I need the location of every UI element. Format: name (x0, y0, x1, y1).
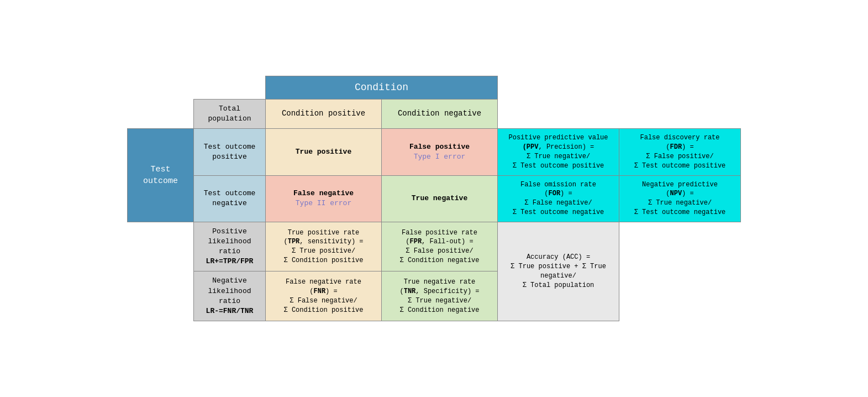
nlr-line3: LR-=FNR/TNR (206, 307, 254, 315)
empty-r2c6 (619, 99, 741, 128)
accuracy-line3: negative/ (540, 272, 576, 280)
condition-positive-header: Condition positive (266, 99, 382, 128)
plr-cell: Positive likelihood ratio LR+=TPR/FPR (194, 222, 266, 271)
for-line1: False omission rate (520, 181, 596, 189)
fdr-cell: False discovery rate (FDR) = Σ False pos… (619, 129, 741, 175)
condition-negative-header: Condition negative (382, 99, 498, 128)
fnr-line2: (FNR) = (309, 288, 337, 295)
fpr-line2: (FPR, Fall-out) = (406, 238, 473, 245)
accuracy-line1: Accuracy (ACC) = (527, 253, 590, 261)
tpr-line3: Σ True positive/ (292, 247, 355, 255)
ppv-line3: Σ True negative/ (527, 153, 590, 160)
ppv-cell: Positive predictive value (PPV, Precisio… (498, 129, 619, 175)
condition-header: Condition (266, 76, 498, 99)
true-positive-text: True positive (296, 148, 351, 156)
tpr-line4: Σ Condition positive (283, 257, 363, 264)
fpr-line3: Σ False positive/ (406, 247, 473, 255)
for-line2: (FOR) = (544, 190, 572, 197)
test-outcome-negative-label: Test outcome negative (194, 175, 266, 222)
fpr-line4: Σ Condition negative (399, 257, 479, 264)
false-positive-sub: Type I error (414, 153, 466, 161)
fnr-cell: False negative rate (FNR) = Σ False nega… (266, 271, 382, 321)
tpr-line2: (TPR, sensitivity) = (283, 238, 363, 245)
false-positive-cell: False positive Type I error (382, 129, 498, 175)
tpr-cell: True positive rate (TPR, sensitivity) = … (266, 222, 382, 271)
fnr-line3: Σ False negative/ (290, 297, 357, 305)
fdr-line2: (FDR) = (666, 143, 693, 151)
for-line4: Σ Test outcome negative (513, 208, 604, 216)
tpr-line1: True positive rate (288, 229, 360, 237)
for-line3: Σ False negative/ (524, 199, 592, 207)
accuracy-cell: Accuracy (ACC) = Σ True positive + Σ Tru… (498, 222, 619, 321)
ppv-line2: (PPV, Precision) = (523, 143, 595, 151)
nlr-cell: Negative likelihood ratio LR-=FNR/TNR (194, 271, 266, 321)
fpr-cell: False positive rate (FPR, Fall-out) = Σ … (382, 222, 498, 271)
for-cell: False omission rate (FOR) = Σ False nega… (498, 175, 619, 222)
empty-r2c5 (498, 99, 619, 128)
false-negative-main: False negative (293, 189, 354, 197)
npv-cell: Negative predictive (NPV) = Σ True negat… (619, 175, 741, 222)
npv-line2: (NPV) = (666, 190, 693, 197)
test-outcome-label: Test outcome (128, 129, 194, 222)
false-positive-main: False positive (409, 143, 470, 151)
true-negative-text: True negative (412, 194, 467, 202)
true-positive-cell: True positive (266, 129, 382, 175)
plr-line3: LR+=TPR/FPR (206, 257, 254, 265)
true-negative-cell: True negative (382, 175, 498, 222)
tnr-cell: True negative rate (TNR, Specificity) = … (382, 271, 498, 321)
empty-top-right2 (619, 76, 741, 99)
npv-line3: Σ True negative/ (648, 199, 712, 207)
tnr-line1: True negative rate (404, 278, 476, 286)
empty-r5c6 (619, 222, 741, 271)
tnr-line3: Σ True negative/ (408, 297, 471, 305)
empty-r6c6 (619, 271, 741, 321)
empty-r2c1 (128, 99, 194, 128)
empty-r5c1 (128, 222, 194, 271)
fdr-line4: Σ Test outcome positive (634, 162, 726, 170)
empty-top-left2 (194, 76, 266, 99)
empty-top-left (128, 76, 194, 99)
fdr-line1: False discovery rate (640, 134, 719, 142)
false-negative-cell: False negative Type II error (266, 175, 382, 222)
nlr-line1: Negative (212, 276, 246, 285)
false-negative-sub: Type II error (296, 199, 351, 207)
npv-line1: Negative predictive (642, 181, 718, 189)
fdr-line3: Σ False positive/ (646, 153, 713, 160)
fnr-line4: Σ Condition positive (283, 306, 363, 314)
fpr-line1: False positive rate (402, 229, 477, 237)
total-population-label: Total population (194, 99, 266, 128)
plr-line2: likelihood ratio (208, 237, 251, 255)
test-outcome-positive-label: Test outcome positive (194, 129, 266, 175)
nlr-line2: likelihood ratio (208, 287, 251, 305)
plr-line1: Positive (212, 227, 246, 236)
accuracy-line4: Σ Total population (523, 281, 595, 289)
ppv-line4: Σ Test outcome positive (513, 162, 604, 170)
tnr-line2: (TNR, Specificity) = (399, 288, 479, 295)
tnr-line4: Σ Condition negative (399, 306, 479, 314)
confusion-matrix-container: Condition Total population Condition pos… (127, 76, 741, 321)
empty-top-right1 (498, 76, 619, 99)
accuracy-line2: Σ True positive + Σ True (511, 263, 606, 270)
empty-r6c1 (128, 271, 194, 321)
fnr-line1: False negative rate (286, 278, 361, 286)
npv-line4: Σ Test outcome negative (634, 208, 726, 216)
ppv-line1: Positive predictive value (508, 134, 608, 142)
